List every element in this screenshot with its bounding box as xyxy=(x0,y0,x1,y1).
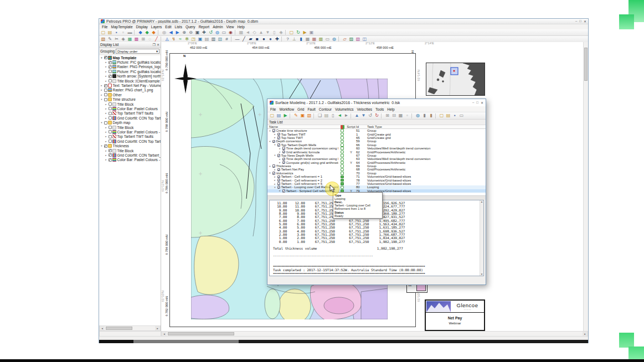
expander-icon[interactable]: ▾ xyxy=(269,130,271,132)
visibility-checkbox[interactable] xyxy=(109,158,112,162)
expander-icon[interactable]: ▸ xyxy=(105,70,107,73)
dbm-open-icon[interactable]: ▧ xyxy=(100,36,106,42)
task-row[interactable]: ▾ Depth conversion 59 Group xyxy=(267,139,486,143)
polygon-icon[interactable]: ▰ xyxy=(248,36,254,42)
expander-icon[interactable]: ▾ xyxy=(274,154,276,157)
expander-icon[interactable]: ▸ xyxy=(100,89,103,91)
expander-icon[interactable]: ▸ xyxy=(279,189,281,192)
tree-item[interactable]: ▾ Map Template xyxy=(99,55,161,60)
new-group-icon[interactable]: ▧ xyxy=(306,113,312,119)
help-pointer-icon[interactable]: ? xyxy=(285,36,291,42)
menu-item[interactable]: Tools xyxy=(374,107,385,111)
visibility-checkbox[interactable] xyxy=(109,149,112,152)
scalebar-icon[interactable]: ▥ xyxy=(210,36,217,42)
expander-icon[interactable]: ▸ xyxy=(279,161,281,164)
menu-item[interactable]: Admin xyxy=(211,25,224,29)
menu-item[interactable]: MapTemplate xyxy=(109,25,134,29)
expander-icon[interactable]: ▸ xyxy=(274,175,276,178)
image-icon[interactable]: ▣ xyxy=(197,36,203,42)
task-checkbox[interactable] xyxy=(282,189,286,193)
expander-icon[interactable]: ▸ xyxy=(274,179,276,182)
scroll-right-arrow[interactable]: ▸ xyxy=(583,332,588,336)
visibility-checkbox[interactable] xyxy=(109,112,112,115)
minimize-button[interactable]: – xyxy=(575,19,577,23)
new-task-icon[interactable]: ▢ xyxy=(269,113,275,119)
map-hscrollbar[interactable]: ◂ ▸ xyxy=(161,331,588,337)
tree-item[interactable]: ▸ Other xyxy=(99,92,161,97)
tree-item[interactable]: ▸ North arrow: [System] north_arrow xyxy=(99,74,161,79)
grid-calc-icon[interactable]: ▦ xyxy=(311,36,317,42)
task-checkbox[interactable] xyxy=(272,129,276,132)
task-checkbox[interactable] xyxy=(277,175,281,179)
menu-item[interactable]: Help xyxy=(236,25,246,29)
doc-new-icon[interactable]: ▢ xyxy=(288,29,295,35)
task-checkbox[interactable] xyxy=(277,186,281,189)
open-icon[interactable]: ▤ xyxy=(276,113,282,119)
grid-mesh-icon[interactable]: ⊞ xyxy=(140,36,146,42)
link-icon[interactable]: ◇ xyxy=(251,29,257,35)
move-down-icon[interactable]: ▼ xyxy=(265,29,271,35)
contour-icon[interactable]: ◌ xyxy=(147,36,153,42)
undo-icon[interactable]: ↺ xyxy=(367,113,373,119)
clear-selection-icon[interactable]: ▫ xyxy=(404,113,410,119)
expander-icon[interactable]: ▸ xyxy=(105,135,107,138)
zoom-in-icon[interactable]: ⊕ xyxy=(181,29,187,35)
expander-icon[interactable]: ▾ xyxy=(100,144,103,147)
task-row[interactable]: ▸ Compute grid(s) using grid arithmetic … xyxy=(267,161,486,164)
tree-item[interactable]: ▸ Grid Colorfill: CON Top Tarbert Dept xyxy=(99,139,161,143)
select-all-icon[interactable]: ▦ xyxy=(398,113,404,119)
visibility-checkbox[interactable] xyxy=(109,130,112,133)
previous-view-icon[interactable]: ↺ xyxy=(208,29,214,35)
menu-item[interactable]: Query xyxy=(184,25,197,29)
float-panel-icon[interactable]: ❐ xyxy=(153,43,156,46)
expander-icon[interactable]: ▸ xyxy=(279,151,281,153)
task-row[interactable]: ▾ Top Tarbert Depth Wells 66 Group xyxy=(267,143,486,147)
colorfill-icon[interactable]: ▩ xyxy=(133,36,140,42)
visibility-checkbox[interactable] xyxy=(104,56,107,59)
visibility-checkbox[interactable] xyxy=(109,107,112,110)
rectangle-icon[interactable]: ■ xyxy=(254,36,260,42)
polyline-icon[interactable]: ╱ xyxy=(241,36,247,42)
visibility-checkbox[interactable] xyxy=(109,139,112,143)
expand-all-icon[interactable]: ⊞ xyxy=(384,113,390,119)
pan-icon[interactable]: ✚ xyxy=(201,29,207,35)
scrollbar-thumb[interactable] xyxy=(168,332,234,335)
task-checkbox[interactable] xyxy=(277,133,281,136)
output-vscrollbar[interactable]: ▲▼ xyxy=(480,200,483,276)
task-checkbox[interactable] xyxy=(277,143,281,147)
expander-icon[interactable]: ▸ xyxy=(105,158,107,161)
run-icon[interactable]: ▶ xyxy=(282,113,288,119)
visibility-checkbox[interactable] xyxy=(109,126,112,129)
visibility-checkbox[interactable] xyxy=(109,135,112,138)
column-id[interactable]: Id xyxy=(356,125,366,128)
tree-item[interactable]: ▸ Picture: PIC gullfaks location small xyxy=(99,69,161,74)
minimize-button[interactable]: – xyxy=(472,101,474,105)
task-row[interactable]: ▸ Top Ness TWT 65 Grid/Create grid xyxy=(267,136,486,139)
layers-orange-icon[interactable]: ◆ xyxy=(151,29,157,35)
task-row[interactable]: ▸ Tarbert - Cell refinement = 5 77 Volum… xyxy=(267,182,486,185)
menu-item[interactable]: Help xyxy=(385,107,396,111)
task-row[interactable]: ▾ Thickness 69 Group xyxy=(267,164,486,168)
redraw-icon[interactable]: ◎ xyxy=(161,29,167,35)
task-row[interactable]: ▸ Tarbert - Cell refinement = 1 71 Volum… xyxy=(267,175,486,178)
task-row[interactable]: ▸ Tarbert Net Pay 68 Grid/Processes/Arit… xyxy=(267,168,486,171)
tree-item[interactable]: ▸ Title Block: [ClientExample_TitleBloc xyxy=(99,79,161,83)
copy-task-icon[interactable]: ▣ xyxy=(300,113,306,119)
tree-item[interactable]: ▸ Top Tarbert TWT faults xyxy=(99,111,161,116)
task-checkbox[interactable] xyxy=(282,158,286,161)
menu-item[interactable]: View xyxy=(225,25,236,29)
new-icon[interactable]: ▢ xyxy=(100,29,106,35)
visibility-checkbox[interactable] xyxy=(104,89,107,92)
surface-3d-icon[interactable]: ▮ xyxy=(428,113,434,119)
expander-icon[interactable]: ▾ xyxy=(269,172,271,174)
tree-item[interactable]: ▸ Color Bar: Pastel Colours - Inverted xyxy=(99,158,161,162)
expander-icon[interactable]: ▸ xyxy=(105,75,107,77)
screen-icon[interactable]: ▭ xyxy=(221,29,227,35)
import-icon[interactable]: ◄ xyxy=(337,113,343,119)
expander-icon[interactable]: ▸ xyxy=(274,133,276,136)
task-checkbox[interactable] xyxy=(272,172,276,175)
edit-task-icon[interactable]: ✎ xyxy=(293,113,299,119)
maximize-button[interactable]: □ xyxy=(476,101,478,105)
display-list-hscrollbar[interactable]: ◂ ▸ xyxy=(99,325,161,331)
expander-icon[interactable]: ▸ xyxy=(105,140,107,143)
